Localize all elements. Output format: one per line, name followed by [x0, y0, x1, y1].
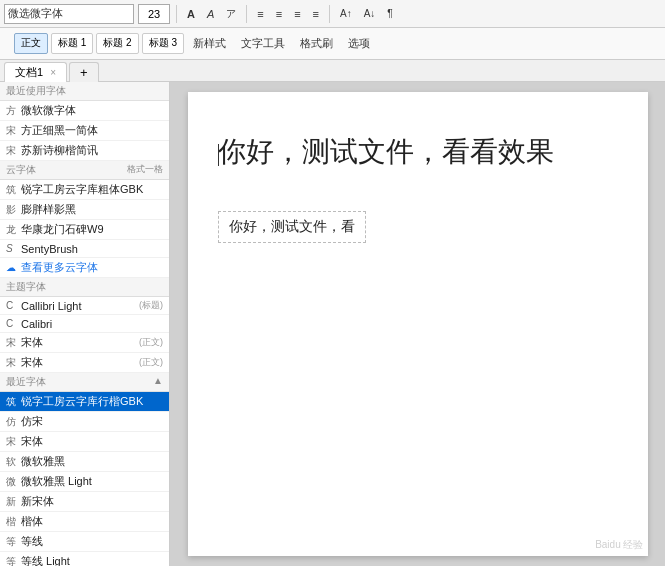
ribbon-select-btn[interactable]: 选项: [342, 33, 376, 54]
all-font-name-3: 微软雅黑: [21, 454, 163, 469]
all-font-item-8[interactable]: 等 等线 Light: [0, 552, 169, 566]
recent-font-item-2[interactable]: 宋 苏新诗柳楷简讯: [0, 141, 169, 161]
align-right-btn[interactable]: ≡: [290, 6, 304, 22]
recent-font-name-1: 方正细黑一简体: [21, 123, 163, 138]
style-heading2[interactable]: 标题 2: [96, 33, 138, 54]
theme-font-hint-3: (正文): [139, 356, 163, 369]
paragraph-btn[interactable]: ¶: [383, 6, 396, 21]
document-large-text: 你好，测试文件，看看效果: [218, 132, 618, 171]
all-font-name-5: 新宋体: [21, 494, 163, 509]
toolbar-separator-3: [329, 5, 330, 23]
ribbon-format-btn[interactable]: 格式刷: [294, 33, 339, 54]
theme-font-name-2: 宋体: [21, 335, 136, 350]
ribbon-texttool-btn[interactable]: 文字工具: [235, 33, 291, 54]
all-font-item-7[interactable]: 等 等线: [0, 532, 169, 552]
tab-bar: 文档1 × +: [0, 60, 665, 82]
recent-header-label: 最近使用字体: [6, 84, 66, 98]
cloud-font-item-3[interactable]: S SentyBrush: [0, 240, 169, 258]
cloud-font-item-2[interactable]: 龙 华康龙门石碑W9: [0, 220, 169, 240]
recent-font-item-1[interactable]: 宋 方正细黑一简体: [0, 121, 169, 141]
phonetic-btn[interactable]: ア: [222, 5, 240, 23]
style-heading1[interactable]: 标题 1: [51, 33, 93, 54]
all-font-name-1: 仿宋: [21, 414, 163, 429]
recent-font-icon-1: 宋: [6, 124, 18, 138]
cloud-sub-label: 格式一格: [127, 163, 163, 177]
all-font-item-4[interactable]: 微 微软雅黑 Light: [0, 472, 169, 492]
theme-font-icon-2: 宋: [6, 336, 18, 350]
document-page[interactable]: 你好，测试文件，看看效果 你好，测试文件，看 Baidu 经验: [188, 92, 648, 556]
italic-btn[interactable]: A: [203, 6, 218, 22]
cloud-font-icon-0: 筑: [6, 183, 18, 197]
recent-font-name-0: 微软微字体: [21, 103, 163, 118]
cloud-font-icon-3: S: [6, 243, 18, 254]
theme-section-header: 主题字体: [0, 278, 169, 297]
theme-font-item-2[interactable]: 宋 宋体 (正文): [0, 333, 169, 353]
recent-font-item-0[interactable]: 方 微软微字体: [0, 101, 169, 121]
theme-font-hint-0: (标题): [139, 299, 163, 312]
theme-font-item-3[interactable]: 宋 宋体 (正文): [0, 353, 169, 373]
tab-doc1-close[interactable]: ×: [50, 67, 56, 78]
all-header-label: 最近字体: [6, 375, 46, 389]
all-font-item-0[interactable]: 筑 锐字工房云字库行楷GBK: [0, 392, 169, 412]
align-justify-btn[interactable]: ≡: [309, 6, 323, 22]
cloud-font-name-1: 膨胖样影黑: [21, 202, 163, 217]
all-font-item-1[interactable]: 仿 仿宋: [0, 412, 169, 432]
align-left-btn[interactable]: ≡: [253, 6, 267, 22]
cloud-font-name-0: 锐字工房云字库粗体GBK: [21, 182, 163, 197]
all-font-icon-1: 仿: [6, 415, 18, 429]
align-center-btn[interactable]: ≡: [272, 6, 286, 22]
text-cursor: [218, 144, 219, 166]
all-font-item-6[interactable]: 楷 楷体: [0, 512, 169, 532]
cloud-font-item-4[interactable]: ☁ 查看更多云字体: [0, 258, 169, 278]
all-font-item-2[interactable]: 宋 宋体: [0, 432, 169, 452]
cloud-font-icon-2: 龙: [6, 223, 18, 237]
ribbon-style-group: 正文 标题 1 标题 2 标题 3 新样式 文字工具 格式刷 选项: [6, 33, 376, 54]
all-font-name-4: 微软雅黑 Light: [21, 474, 163, 489]
all-section-header: 最近字体 ▲: [0, 373, 169, 392]
all-font-name-8: 等线 Light: [21, 554, 163, 566]
tab-doc1[interactable]: 文档1 ×: [4, 62, 67, 82]
cloud-font-name-3: SentyBrush: [21, 243, 163, 255]
style-normal[interactable]: 正文: [14, 33, 48, 54]
recent-font-icon-2: 宋: [6, 144, 18, 158]
tab-doc1-label: 文档1: [15, 66, 43, 78]
cloud-font-item-0[interactable]: 筑 锐字工房云字库粗体GBK: [0, 180, 169, 200]
recent-font-icon-0: 方: [6, 104, 18, 118]
theme-font-item-1[interactable]: C Calibri: [0, 315, 169, 333]
ribbon-styles: 正文 标题 1 标题 2 标题 3 新样式 文字工具 格式刷 选项: [14, 33, 376, 54]
bold-btn[interactable]: A: [183, 6, 199, 22]
all-font-icon-8: 等: [6, 555, 18, 567]
cloud-font-icon-1: 影: [6, 203, 18, 217]
font-name-input[interactable]: [4, 4, 134, 24]
all-font-icon-3: 软: [6, 455, 18, 469]
cloud-font-item-1[interactable]: 影 膨胖样影黑: [0, 200, 169, 220]
style-heading3[interactable]: 标题 3: [142, 33, 184, 54]
theme-font-item-0[interactable]: C Callibri Light (标题): [0, 297, 169, 315]
theme-font-name-1: Calibri: [21, 318, 160, 330]
theme-font-icon-0: C: [6, 300, 18, 311]
theme-font-icon-1: C: [6, 318, 18, 329]
all-font-icon-4: 微: [6, 475, 18, 489]
all-font-name-7: 等线: [21, 534, 163, 549]
all-font-name-6: 楷体: [21, 514, 163, 529]
main-area: 最近使用字体 方 微软微字体 宋 方正细黑一简体 宋 苏新诗柳楷简讯 云字体 格…: [0, 82, 665, 566]
all-font-name-0: 锐字工房云字库行楷GBK: [21, 394, 163, 409]
font-size-input[interactable]: [138, 4, 170, 24]
document-area: 你好，测试文件，看看效果 你好，测试文件，看 Baidu 经验: [170, 82, 665, 566]
document-small-text: 你好，测试文件，看: [218, 211, 366, 243]
all-font-icon-7: 等: [6, 535, 18, 549]
all-font-icon-0: 筑: [6, 395, 18, 409]
all-font-name-2: 宋体: [21, 434, 163, 449]
all-font-item-3[interactable]: 软 微软雅黑: [0, 452, 169, 472]
ribbon-newstyle-btn[interactable]: 新样式: [187, 33, 232, 54]
tab-new[interactable]: +: [69, 62, 99, 82]
decrease-indent-btn[interactable]: A↓: [360, 6, 380, 21]
recent-font-name-2: 苏新诗柳楷简讯: [21, 143, 163, 158]
cloud-header-label: 云字体: [6, 163, 36, 177]
cloud-section-header: 云字体 格式一格: [0, 161, 169, 180]
increase-indent-btn[interactable]: A↑: [336, 6, 356, 21]
all-font-item-5[interactable]: 新 新宋体: [0, 492, 169, 512]
all-font-icon-2: 宋: [6, 435, 18, 449]
cloud-font-icon-4: ☁: [6, 262, 18, 273]
theme-font-name-3: 宋体: [21, 355, 136, 370]
